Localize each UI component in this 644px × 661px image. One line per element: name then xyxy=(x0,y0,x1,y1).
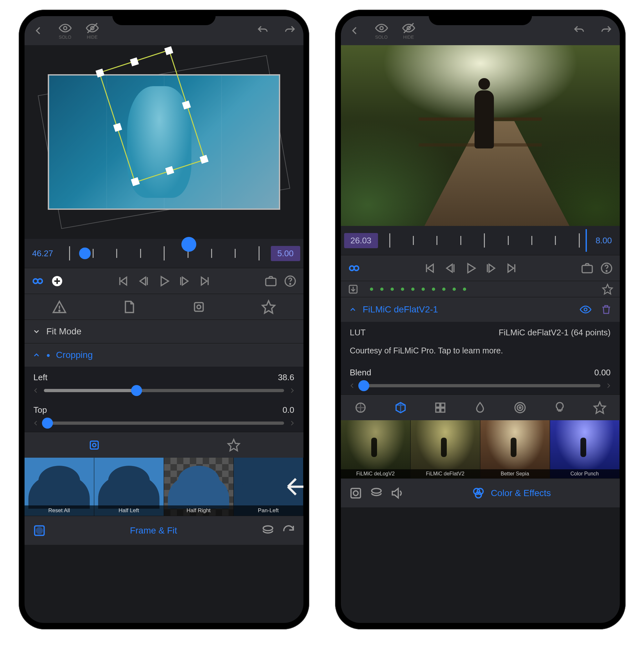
svg-rect-55 xyxy=(441,408,445,412)
lut-delog[interactable]: FiLMiC deLogV2 xyxy=(341,420,411,478)
skip-end-icon[interactable] xyxy=(199,274,212,288)
spiral-icon[interactable] xyxy=(513,401,527,415)
trash-icon[interactable] xyxy=(600,304,612,315)
capture-icon[interactable] xyxy=(580,261,594,275)
frame-forward-icon[interactable] xyxy=(178,274,191,288)
lut-deflat[interactable]: FiLMiC deFlatV2 xyxy=(411,420,480,478)
redo-icon[interactable] xyxy=(600,24,613,37)
hide-toggle[interactable]: HIDE xyxy=(402,22,415,40)
star-icon[interactable] xyxy=(261,300,276,314)
warning-icon[interactable] xyxy=(52,300,67,314)
lut-colorpunch[interactable]: Color Punch xyxy=(550,420,620,478)
timeline-start-time: 26.03 xyxy=(344,233,378,248)
left-slider[interactable] xyxy=(44,389,284,392)
refresh-icon[interactable] xyxy=(281,523,296,538)
link-icon[interactable] xyxy=(31,274,45,288)
svg-point-0 xyxy=(64,26,67,30)
blend-slider[interactable] xyxy=(360,384,600,387)
timeline[interactable]: 26.03 8.00 xyxy=(341,226,620,255)
preset-half-left[interactable]: Half Left xyxy=(94,458,164,516)
audio-icon[interactable] xyxy=(390,486,404,500)
playhead-line[interactable] xyxy=(585,229,587,252)
effect-dot-strip xyxy=(341,281,620,297)
timeline-ticks[interactable] xyxy=(58,239,271,268)
phone-color-effects: SOLO HIDE 26.03 8.00 xyxy=(335,10,626,629)
star-icon[interactable] xyxy=(593,401,606,415)
preview-area[interactable] xyxy=(25,45,303,239)
visibility-icon[interactable] xyxy=(580,304,591,315)
preview-area[interactable] xyxy=(341,45,620,226)
undo-icon[interactable] xyxy=(573,24,585,37)
redo-icon[interactable] xyxy=(283,24,296,37)
lut-sepia[interactable]: Better Sepia xyxy=(480,420,550,478)
bottom-nav: Frame & Fit xyxy=(25,516,303,545)
play-icon[interactable] xyxy=(157,274,171,288)
fit-mode-section[interactable]: Fit Mode xyxy=(25,320,303,343)
crop-preset-icon[interactable] xyxy=(88,438,101,452)
slider-thumb[interactable] xyxy=(358,380,369,391)
frame-forward-icon[interactable] xyxy=(485,261,498,275)
nudge-right-icon[interactable] xyxy=(605,382,612,389)
solo-toggle[interactable]: SOLO xyxy=(59,22,72,40)
layers-icon[interactable] xyxy=(369,486,384,500)
layers-icon[interactable] xyxy=(261,523,275,538)
keyframe-marker[interactable] xyxy=(79,247,91,259)
star-icon[interactable] xyxy=(602,283,613,295)
star-icon[interactable] xyxy=(227,438,240,452)
nudge-left-icon[interactable] xyxy=(349,382,356,389)
lut-value: FiLMiC deFlatV2-1 (64 points) xyxy=(499,328,611,338)
timeline-start-time: 46.27 xyxy=(28,249,58,259)
hide-toggle[interactable]: HIDE xyxy=(86,22,99,40)
cube-icon[interactable] xyxy=(394,401,407,415)
cropping-section[interactable]: ● Cropping xyxy=(25,343,303,367)
solo-label: SOLO xyxy=(375,34,388,40)
lut-section[interactable]: FiLMiC deFlatV2-1 xyxy=(341,297,620,322)
preview-canvas[interactable] xyxy=(48,74,280,210)
frame-back-icon[interactable] xyxy=(137,274,150,288)
back-icon[interactable] xyxy=(348,24,361,37)
slider-thumb[interactable] xyxy=(131,385,142,396)
nudge-left-icon[interactable] xyxy=(32,387,39,394)
svg-point-46 xyxy=(606,270,607,272)
capture-icon[interactable] xyxy=(264,274,278,288)
timeline-ticks[interactable] xyxy=(378,226,591,255)
grid-icon[interactable] xyxy=(434,401,447,415)
skip-start-icon[interactable] xyxy=(116,274,130,288)
back-icon[interactable] xyxy=(32,24,45,37)
frame-back-icon[interactable] xyxy=(443,261,457,275)
help-icon[interactable] xyxy=(283,274,297,288)
play-icon[interactable] xyxy=(464,261,478,275)
download-icon[interactable] xyxy=(347,283,359,295)
add-keyframe-icon[interactable] xyxy=(50,274,64,288)
scroll-right-icon[interactable] xyxy=(283,473,303,500)
slider-thumb[interactable] xyxy=(42,418,53,429)
bottom-nav-label[interactable]: Color & Effects xyxy=(411,486,612,500)
lut-preset-strip[interactable]: FiLMiC deLogV2 FiLMiC deFlatV2 Better Se… xyxy=(341,420,620,478)
document-icon[interactable] xyxy=(122,300,137,314)
solo-toggle[interactable]: SOLO xyxy=(375,22,388,40)
timeline[interactable]: 46.27 5.00 xyxy=(25,239,303,268)
frame-icon[interactable] xyxy=(349,486,363,500)
preset-reset-all[interactable]: Reset All xyxy=(25,458,94,516)
lut-credit[interactable]: Courtesy of FiLMiC Pro. Tap to learn mor… xyxy=(341,344,620,362)
help-icon[interactable] xyxy=(600,261,613,275)
color-wheel-icon[interactable] xyxy=(354,401,367,415)
droplet-icon[interactable] xyxy=(473,401,487,415)
frame-fit-icon[interactable] xyxy=(32,523,46,538)
nudge-left-icon[interactable] xyxy=(32,420,39,427)
crop-tool-icon[interactable] xyxy=(191,300,206,314)
bulb-icon[interactable] xyxy=(553,401,567,415)
preset-strip[interactable]: Reset All Half Left Half Right Pan-Left xyxy=(25,458,303,516)
skip-end-icon[interactable] xyxy=(505,261,519,275)
top-slider[interactable] xyxy=(44,422,284,425)
nudge-right-icon[interactable] xyxy=(289,387,296,394)
skip-start-icon[interactable] xyxy=(422,261,436,275)
fit-mode-label: Fit Mode xyxy=(46,326,82,337)
nudge-right-icon[interactable] xyxy=(289,420,296,427)
undo-icon[interactable] xyxy=(256,24,269,37)
eye-icon xyxy=(59,22,72,34)
playhead-marker[interactable] xyxy=(181,237,196,252)
preset-half-right[interactable]: Half Right xyxy=(164,458,234,516)
bottom-nav-label[interactable]: Frame & Fit xyxy=(53,525,254,536)
link-icon[interactable] xyxy=(347,261,361,275)
